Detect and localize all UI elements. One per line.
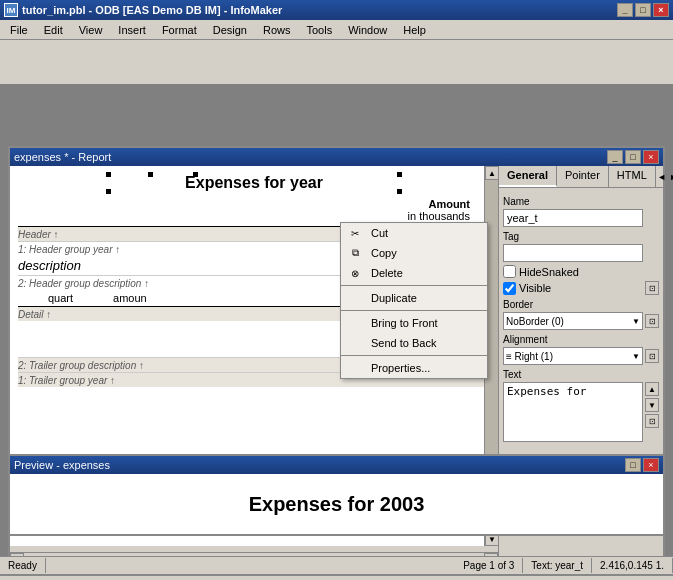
name-input[interactable] — [503, 209, 643, 227]
cut-icon: ✂ — [347, 225, 363, 241]
doc-maximize[interactable]: □ — [625, 150, 641, 164]
tab-general[interactable]: General — [499, 166, 557, 187]
col-amount: amoun — [113, 292, 147, 304]
ctx-duplicate[interactable]: Duplicate — [341, 288, 487, 308]
close-button[interactable]: × — [653, 3, 669, 17]
menu-bar: File Edit View Insert Format Design Rows… — [0, 20, 673, 40]
ctx-sep3 — [341, 355, 487, 356]
ctx-sep2 — [341, 310, 487, 311]
ctx-send-to-back[interactable]: Send to Back — [341, 333, 487, 353]
menu-help[interactable]: Help — [395, 22, 434, 38]
text-scroll-down[interactable]: ▼ — [645, 398, 659, 412]
preview-title-bar: Preview - expenses □ × — [10, 456, 663, 474]
name-label: Name — [503, 196, 659, 207]
alignment-img-btn[interactable]: ⊡ — [645, 349, 659, 363]
hide-snaked-label: HideSnaked — [519, 266, 579, 278]
props-nav-prev[interactable]: ◄ — [656, 171, 668, 183]
props-nav-next[interactable]: ► — [668, 171, 673, 183]
scroll-up[interactable]: ▲ — [485, 166, 499, 180]
status-field: Text: year_t — [523, 558, 592, 573]
menu-view[interactable]: View — [71, 22, 111, 38]
border-img-btn[interactable]: ⊡ — [645, 314, 659, 328]
alignment-select[interactable]: ≡ Right (1) ▼ — [503, 347, 643, 365]
doc-title: expenses * - Report — [14, 151, 111, 163]
app-icon: IM — [4, 3, 18, 17]
ctx-sep1 — [341, 285, 487, 286]
text-textarea[interactable]: Expenses for — [503, 382, 643, 442]
report-title: Expenses for year — [185, 174, 323, 191]
context-menu: ✂ Cut ⧉ Copy ⊗ Delete Duplicate Bring to… — [340, 222, 488, 379]
header-label: Header ↑ — [18, 229, 59, 240]
visible-checkbox[interactable] — [503, 282, 516, 295]
copy-icon: ⧉ — [347, 245, 363, 261]
alignment-label: Alignment — [503, 334, 659, 345]
menu-format[interactable]: Format — [154, 22, 205, 38]
preview-content: Expenses for 2003 — [10, 474, 663, 534]
preview-text: Expenses for 2003 — [249, 493, 425, 516]
delete-icon: ⊗ — [347, 265, 363, 281]
menu-window[interactable]: Window — [340, 22, 395, 38]
menu-file[interactable]: File — [2, 22, 36, 38]
properties-icon — [347, 360, 363, 376]
ctx-copy[interactable]: ⧉ Copy — [341, 243, 487, 263]
tag-label: Tag — [503, 231, 659, 242]
menu-insert[interactable]: Insert — [110, 22, 154, 38]
border-label: Border — [503, 299, 659, 310]
menu-rows[interactable]: Rows — [255, 22, 299, 38]
status-ready: Ready — [0, 558, 46, 573]
trailer-group1: 1: Trailer group year ↑ — [18, 375, 115, 386]
minimize-button[interactable]: _ — [617, 3, 633, 17]
col-quart: quart — [48, 292, 73, 304]
window-title: tutor_im.pbl - ODB [EAS Demo DB IM] - In… — [22, 4, 282, 16]
duplicate-icon — [347, 290, 363, 306]
detail-label: Detail ↑ — [18, 309, 51, 320]
bring-front-icon — [347, 315, 363, 331]
ctx-properties[interactable]: Properties... — [341, 358, 487, 378]
doc-minimize[interactable]: _ — [607, 150, 623, 164]
tab-html[interactable]: HTML — [609, 166, 656, 187]
tag-input[interactable] — [503, 244, 643, 262]
tab-pointer[interactable]: Pointer — [557, 166, 609, 187]
border-select[interactable]: NoBorder (0) ▼ — [503, 312, 643, 330]
title-bar-buttons: _ □ × — [617, 3, 669, 17]
header-group1: 1: Header group year ↑ — [18, 244, 120, 255]
hide-snaked-checkbox[interactable] — [503, 265, 516, 278]
bottom-toolbar: 💾 Save 🖨 Print ↩ Undo ↪ Redo A Text ✂ Cu… — [0, 574, 673, 580]
menu-design[interactable]: Design — [205, 22, 255, 38]
border-select-arrow: ▼ — [632, 317, 640, 326]
preview-title: Preview - expenses — [14, 459, 110, 471]
status-page: Page 1 of 3 — [455, 558, 523, 573]
menu-edit[interactable]: Edit — [36, 22, 71, 38]
amount-label: Amount — [428, 198, 470, 210]
status-bar: Ready Page 1 of 3 Text: year_t 2.416,0.1… — [0, 556, 673, 574]
preview-close[interactable]: × — [643, 458, 659, 472]
description-field: description — [18, 258, 81, 273]
visible-row: Visible ⊡ — [503, 281, 659, 295]
send-back-icon — [347, 335, 363, 351]
trailer-group2: 2: Trailer group description ↑ — [18, 360, 144, 371]
ctx-bring-to-front[interactable]: Bring to Front — [341, 313, 487, 333]
preview-maximize[interactable]: □ — [625, 458, 641, 472]
status-coords: 2.416,0.145 1. — [592, 558, 673, 573]
header-group2: 2: Header group description ↑ — [18, 278, 149, 289]
text-scroll-up[interactable]: ▲ — [645, 382, 659, 396]
menu-tools[interactable]: Tools — [298, 22, 340, 38]
title-bar: IM tutor_im.pbl - ODB [EAS Demo DB IM] -… — [0, 0, 673, 20]
hide-snaked-row: HideSnaked — [503, 265, 659, 278]
ctx-delete[interactable]: ⊗ Delete — [341, 263, 487, 283]
doc-title-bar: expenses * - Report _ □ × — [10, 148, 663, 166]
text-img-btn[interactable]: ⊡ — [645, 414, 659, 428]
props-tabs: General Pointer HTML ◄ ► — [499, 166, 663, 188]
alignment-select-arrow: ▼ — [632, 352, 640, 361]
visible-label: Visible — [519, 282, 551, 294]
ctx-cut[interactable]: ✂ Cut — [341, 223, 487, 243]
doc-close[interactable]: × — [643, 150, 659, 164]
text-label: Text — [503, 369, 659, 380]
maximize-button[interactable]: □ — [635, 3, 651, 17]
visible-img-btn[interactable]: ⊡ — [645, 281, 659, 295]
amount-sub: in thousands — [408, 210, 470, 222]
preview-window: Preview - expenses □ × Expenses for 2003 — [8, 454, 665, 536]
